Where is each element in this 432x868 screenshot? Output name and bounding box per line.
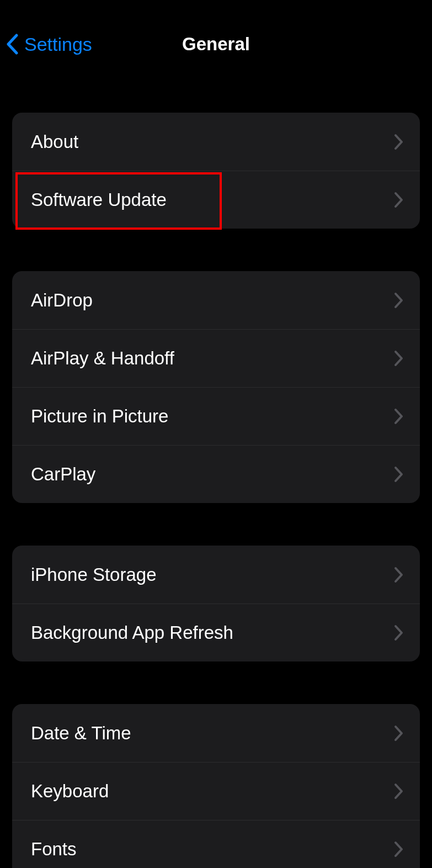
back-label: Settings (24, 34, 92, 55)
group-datetime: Date & Time Keyboard Fonts (12, 704, 420, 868)
row-date-time[interactable]: Date & Time (12, 704, 420, 762)
row-about[interactable]: About (12, 113, 420, 171)
chevron-left-icon (6, 34, 19, 55)
chevron-right-icon (393, 725, 404, 742)
row-label: Software Update (31, 189, 167, 210)
row-fonts[interactable]: Fonts (12, 820, 420, 868)
row-background-app-refresh[interactable]: Background App Refresh (12, 604, 420, 661)
content: About Software Update AirDrop AirPlay & … (0, 67, 432, 868)
row-label: AirDrop (31, 290, 93, 311)
row-label: About (31, 131, 78, 152)
chevron-right-icon (393, 192, 404, 208)
chevron-right-icon (393, 466, 404, 483)
row-label: Date & Time (31, 723, 131, 744)
group-about: About Software Update (12, 113, 420, 229)
chevron-right-icon (393, 134, 404, 150)
chevron-right-icon (393, 624, 404, 641)
row-airdrop[interactable]: AirDrop (12, 271, 420, 329)
chevron-right-icon (393, 350, 404, 367)
back-button[interactable]: Settings (0, 34, 92, 55)
chevron-right-icon (393, 567, 404, 583)
row-iphone-storage[interactable]: iPhone Storage (12, 546, 420, 604)
row-airplay-handoff[interactable]: AirPlay & Handoff (12, 329, 420, 387)
group-storage: iPhone Storage Background App Refresh (12, 546, 420, 661)
row-picture-in-picture[interactable]: Picture in Picture (12, 387, 420, 445)
row-carplay[interactable]: CarPlay (12, 445, 420, 503)
row-software-update[interactable]: Software Update (12, 171, 420, 229)
chevron-right-icon (393, 841, 404, 858)
row-keyboard[interactable]: Keyboard (12, 762, 420, 820)
row-label: Keyboard (31, 781, 109, 802)
chevron-right-icon (393, 783, 404, 800)
row-label: Background App Refresh (31, 622, 233, 643)
nav-bar: Settings General (0, 21, 432, 67)
row-label: AirPlay & Handoff (31, 348, 174, 369)
chevron-right-icon (393, 292, 404, 309)
page-title: General (182, 34, 250, 55)
row-label: Fonts (31, 839, 77, 860)
chevron-right-icon (393, 408, 404, 425)
group-airdrop: AirDrop AirPlay & Handoff Picture in Pic… (12, 271, 420, 503)
row-label: Picture in Picture (31, 406, 168, 427)
row-label: CarPlay (31, 464, 95, 485)
row-label: iPhone Storage (31, 564, 157, 585)
